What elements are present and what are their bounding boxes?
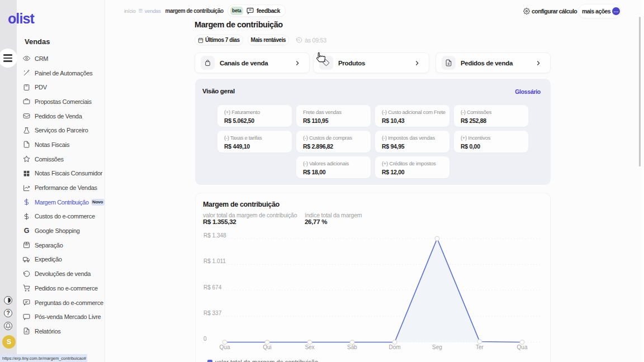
svg-text:R$ 337: R$ 337 [203,310,222,316]
svg-text:valor total da margem de contr: valor total da margem de contribuição [215,359,318,362]
svg-text:Dom: Dom [389,344,400,350]
svg-text:Qui: Qui [263,344,272,350]
svg-text:Ter: Ter [476,344,484,350]
svg-text:R$ 674: R$ 674 [203,284,222,290]
svg-text:R$ 1.011: R$ 1.011 [203,258,226,264]
svg-text:R$ 1.348: R$ 1.348 [203,232,226,239]
svg-text:0: 0 [203,336,207,342]
svg-text:Qua: Qua [517,344,528,350]
svg-text:Sex: Sex [305,344,314,350]
svg-text:Qua: Qua [220,344,230,350]
svg-text:Seg: Seg [432,344,442,350]
svg-text:Sáb: Sáb [347,344,357,350]
